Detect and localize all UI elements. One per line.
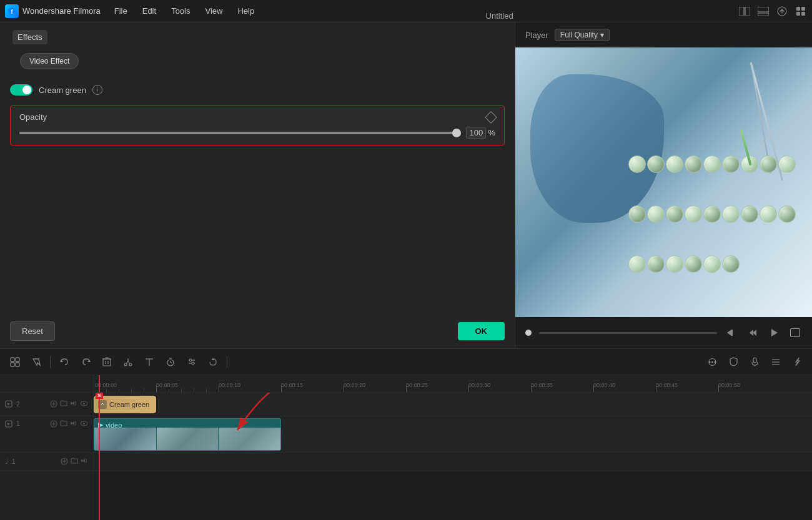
timeline-tool-adjust[interactable] [183,353,201,371]
menu-tools[interactable]: Tools [165,4,196,18]
quality-dropdown[interactable]: Full Quality ▾ [555,29,610,41]
svg-point-27 [124,363,127,366]
audio-add-icon[interactable] [61,458,68,466]
track2-add-icon[interactable] [50,400,57,409]
vial-item [647,205,665,223]
svg-rect-12 [731,330,733,336]
timeline-tool-redo[interactable] [77,353,94,371]
track2-icons [50,400,88,409]
vial-item [628,205,646,223]
ruler-playhead [99,375,100,392]
svg-rect-18 [11,363,14,366]
tl-tool-lightning[interactable] [788,353,806,371]
video-effect-button[interactable]: Video Effect [20,53,79,69]
timeline-body: 2 [0,375,812,520]
track1-eye-icon[interactable] [80,420,88,429]
vial-item [703,205,721,223]
play-button[interactable] [767,328,781,338]
svg-marker-65 [71,422,72,424]
vial-item [666,255,683,273]
cream-green-row: Cream green i [0,79,515,101]
effect-clip-cream-green[interactable]: Cream green [94,396,156,413]
audio-icons [61,458,88,466]
video-thumbnails [94,428,280,450]
timeline-track-labels: 2 [0,375,94,520]
track1-add-icon[interactable] [50,420,57,429]
opacity-slider[interactable] [19,132,460,134]
screen-layout2-icon[interactable] [757,5,770,17]
window-title: Untitled [486,11,513,21]
vial-item [778,155,796,173]
svg-rect-10 [801,12,805,16]
vial-item [722,255,740,273]
svg-marker-72 [81,459,82,462]
progress-bar[interactable] [539,332,717,334]
opacity-unit: % [488,128,495,137]
info-icon[interactable]: i [92,85,102,95]
track2-eye-icon[interactable] [80,400,88,409]
step-back-button[interactable] [746,328,760,338]
main-content: Effects Video Effect Cream green i Opaci… [0,22,812,348]
screen-layout-icon[interactable] [738,5,751,17]
audio-folder-icon[interactable] [71,458,78,466]
track1-folder-icon[interactable] [60,420,67,429]
track2-folder-icon[interactable] [60,400,67,409]
vial-item [741,205,758,223]
tl-tool-mic[interactable] [746,353,763,371]
ok-button[interactable]: OK [458,322,505,340]
svg-point-45 [711,361,713,363]
timeline-tool-cursor[interactable] [27,353,45,371]
cream-green-toggle[interactable] [10,84,32,96]
effects-tab[interactable]: Effects [12,30,47,44]
track1-icons [50,420,88,429]
menu-edit[interactable]: Edit [136,4,162,18]
timeline-tool-cut[interactable] [119,353,137,371]
track2-volume-icon[interactable] [70,400,77,409]
menu-file[interactable]: File [108,4,134,18]
track-row-video: ▶ video [94,416,812,453]
opacity-section: Opacity 100 % [10,105,505,145]
effect-clip-label: Cream green [109,401,149,408]
svg-rect-4 [758,7,769,12]
toolbar-separator [50,356,51,368]
svg-rect-5 [758,13,769,16]
rewind-button[interactable] [725,328,738,338]
panel-footer: Reset OK [0,314,515,348]
timeline-tool-timer[interactable] [162,353,179,371]
video-clip[interactable]: ▶ video [94,418,281,451]
vial-item [722,205,740,223]
timeline-tool-rotation[interactable] [204,353,222,371]
slider-thumb[interactable] [452,129,461,137]
timeline-tool-delete[interactable] [98,353,116,371]
fullscreen-button[interactable] [788,328,802,337]
grid-layout-icon[interactable] [795,5,807,17]
timeline: 2 [0,348,812,520]
timeline-tool-text[interactable] [141,353,158,371]
ruler-spacer [0,375,93,393]
menu-view[interactable]: View [199,4,229,18]
tl-tool-list[interactable] [767,353,785,371]
reset-button[interactable]: Reset [10,321,55,341]
track1-number [5,420,12,429]
app-logo-icon: f [5,4,19,18]
track1-badge: 1 [16,420,20,427]
track1-volume-icon[interactable] [70,420,77,429]
playhead-dot[interactable] [525,330,532,336]
menu-help[interactable]: Help [231,4,260,18]
timeline-tool-select[interactable] [6,353,24,371]
keyframe-diamond-icon[interactable] [485,111,497,124]
timeline-toolbar [0,349,812,375]
timeline-right-tools [703,353,806,371]
svg-rect-7 [796,7,800,11]
track2-controls: 2 [0,393,93,416]
tl-tool-grid[interactable] [703,353,721,371]
audio-volume-icon[interactable] [81,458,88,466]
timeline-tool-undo[interactable] [56,353,73,371]
tl-tool-shield[interactable] [725,353,742,371]
vial-item [628,155,646,173]
svg-line-29 [127,361,129,364]
header-right-icons [738,5,807,17]
opacity-number[interactable]: 100 [466,127,486,139]
upload-icon[interactable] [776,5,788,17]
track1-controls: 1 [0,416,93,453]
